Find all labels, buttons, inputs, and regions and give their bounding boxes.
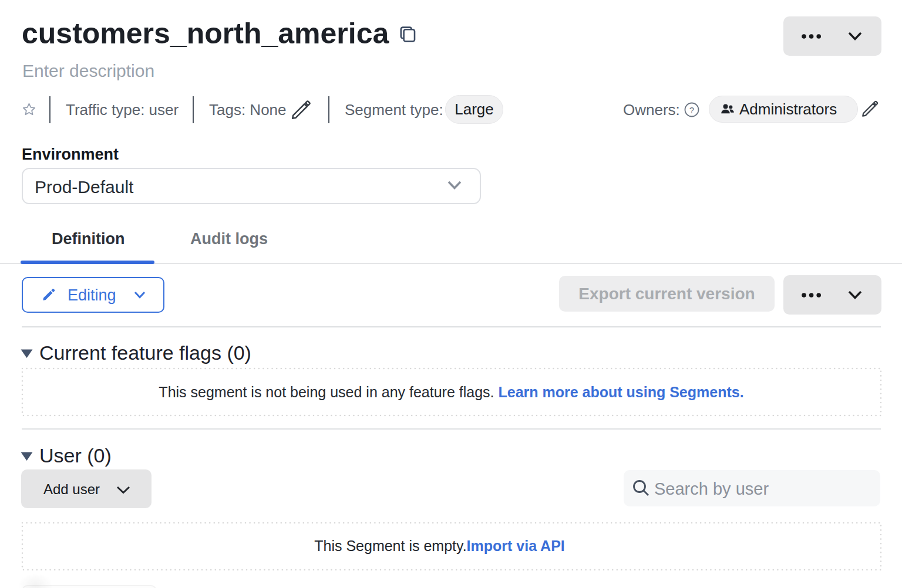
svg-text:?: ? — [689, 105, 694, 115]
